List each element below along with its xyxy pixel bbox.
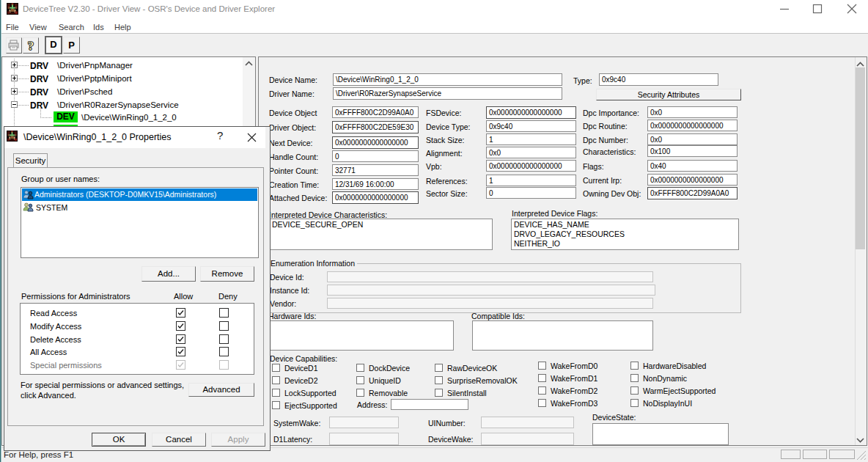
svg-text:?: ? xyxy=(28,39,34,53)
